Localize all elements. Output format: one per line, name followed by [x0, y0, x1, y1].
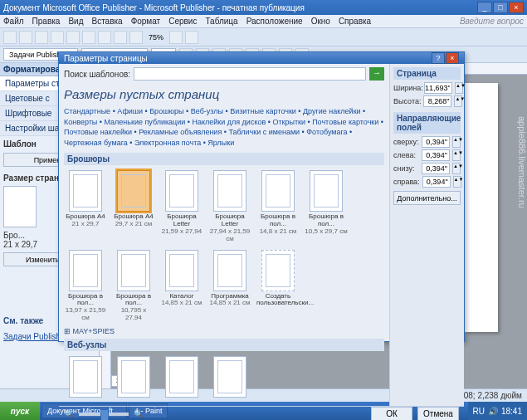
margin-right-label: справа: [393, 178, 420, 186]
dialog-titlebar: Параметры страницы ? × [59, 52, 464, 64]
paste-icon[interactable] [98, 31, 111, 44]
margin-right-input[interactable] [422, 176, 451, 188]
margin-bottom-label: снизу: [393, 164, 419, 173]
thumbs-web-row [64, 353, 384, 403]
menu-insert[interactable]: Вставка [91, 17, 122, 26]
open-icon[interactable] [19, 31, 32, 44]
width-spinner[interactable]: ▲▼ [455, 82, 463, 94]
page-section-header: Страница [393, 67, 461, 80]
thumb-brochure-half-4[interactable]: Брошюра в пол...10,795 x 27,94 [112, 250, 155, 322]
thumb-catalog[interactable]: Каталог14,85 x 21 см [160, 250, 203, 322]
thumb-web-1[interactable] [64, 356, 107, 399]
clock: 18:41 [501, 407, 522, 416]
page-setup-dialog: Параметры страницы ? × Поиск шаблонов: →… [58, 51, 465, 342]
dialog-right-panel: Страница Ширина:▲▼ Высота:▲▼ Направляющи… [389, 64, 464, 406]
margin-left-input[interactable] [422, 149, 450, 161]
height-spinner[interactable]: ▲▼ [454, 95, 462, 107]
tray-icon[interactable]: 🔊 [488, 407, 498, 416]
maximize-button[interactable]: □ [493, 2, 508, 13]
menu-format[interactable]: Формат [131, 17, 161, 26]
margin-left-spinner[interactable]: ▲▼ [452, 149, 461, 161]
redo-icon[interactable] [129, 31, 143, 44]
save-icon[interactable] [35, 31, 48, 44]
expand-mayspies[interactable]: ⊞ MAY+SPIES [64, 325, 384, 337]
thumb-web-4[interactable] [208, 356, 251, 399]
zoom-in-icon[interactable] [185, 31, 198, 44]
margin-top-label: сверху: [393, 138, 419, 146]
thumb-create-custom[interactable]: Создать пользовательски... [256, 250, 300, 322]
search-label: Поиск шаблонов: [64, 70, 130, 79]
zoom-in-icon[interactable]: 🔍 [134, 409, 144, 418]
margin-bottom-input[interactable] [422, 163, 450, 174]
search-go-button[interactable]: → [369, 67, 384, 81]
height-input[interactable] [423, 95, 451, 107]
margin-top-spinner[interactable]: ▲▼ [452, 136, 461, 148]
cut-icon[interactable] [66, 31, 80, 44]
window-titlebar: Документ Microsoft Office Publisher - Mi… [0, 0, 527, 15]
margin-right-spinner[interactable]: ▲▼ [453, 176, 461, 188]
guides-section-header: Направляющие полей [393, 112, 461, 134]
dialog-help-button[interactable]: ? [432, 52, 445, 64]
dialog-bottom-bar: 🔍 🔍 ОК Отмена [59, 406, 464, 420]
menu-edit[interactable]: Правка [32, 17, 61, 26]
menu-view[interactable]: Вид [68, 17, 83, 26]
menu-file[interactable]: Файл [3, 17, 24, 26]
thumb-brochure-letter-p[interactable]: Брошюра Letter21,59 x 27,94 [160, 170, 203, 242]
menu-arrange[interactable]: Расположение [246, 17, 303, 26]
copy-icon[interactable] [82, 31, 95, 44]
template-search-input[interactable] [134, 67, 366, 81]
watermark: apple886.livemaster.ru [517, 116, 527, 208]
page-canvas[interactable] [465, 83, 498, 332]
thumbs-row-1: Брошюра А421 x 29,7 Брошюра А429,7 x 21 … [64, 167, 384, 246]
height-label: Высота: [393, 97, 421, 105]
system-tray: RU 🔊 18:41 [468, 402, 527, 420]
cancel-button[interactable]: Отмена [417, 407, 459, 420]
ask-question-box[interactable]: Введите вопрос [460, 17, 524, 26]
thumb-brochure-a4-landscape[interactable]: Брошюра А429,7 x 21 см [112, 170, 155, 242]
close-button[interactable]: × [509, 2, 524, 13]
language-indicator[interactable]: RU [473, 407, 485, 416]
menu-tools[interactable]: Сервис [168, 17, 197, 26]
thumb-web-2[interactable] [112, 356, 155, 399]
thumbs-row-2: Брошюра в пол...13,97 x 21,59 см Брошюра… [64, 247, 384, 325]
thumb-brochure-a4-portrait[interactable]: Брошюра А421 x 29,7 [64, 170, 107, 242]
new-icon[interactable] [3, 31, 17, 44]
margin-left-label: слева: [393, 151, 419, 159]
margin-top-input[interactable] [422, 136, 450, 148]
menu-table[interactable]: Таблица [205, 17, 237, 26]
zoom-slider[interactable] [79, 413, 129, 416]
thumb-brochure-letter-l[interactable]: Брошюра Letter27,94 x 21,59 см [208, 170, 251, 242]
section-brochures: Брошюры [64, 153, 384, 165]
ok-button[interactable]: ОК [371, 407, 412, 420]
thumb-brochure-half-3[interactable]: Брошюра в пол...13,97 x 21,59 см [64, 250, 107, 322]
zoom-out-icon[interactable]: 🔍 [64, 409, 74, 418]
width-label: Ширина: [393, 84, 422, 92]
print-icon[interactable] [51, 31, 64, 44]
more-options-button[interactable]: Дополнительно... [393, 191, 461, 205]
undo-icon[interactable] [114, 31, 127, 44]
standard-toolbar: 75% [0, 28, 527, 46]
menu-window[interactable]: Окно [311, 17, 330, 26]
menu-help[interactable]: Справка [339, 17, 371, 26]
page-size-thumb [3, 186, 37, 227]
zoom-out-icon[interactable] [169, 31, 183, 44]
blank-sizes-heading: Размеры пустых страниц [64, 87, 384, 101]
start-button[interactable]: пуск [0, 402, 40, 420]
minimize-button[interactable]: _ [477, 2, 492, 13]
zoom-level[interactable]: 75% [145, 33, 167, 42]
dialog-title: Параметры страницы [64, 54, 148, 63]
thumb-web-3[interactable] [160, 356, 203, 399]
category-links[interactable]: Стандартные • Афиши • Брошюры • Веб-узлы… [64, 106, 384, 148]
menu-bar: Файл Правка Вид Вставка Формат Сервис Та… [0, 15, 527, 28]
section-web: Веб-узлы [64, 339, 384, 351]
margin-bottom-spinner[interactable]: ▲▼ [452, 163, 461, 174]
window-title: Документ Microsoft Office Publisher - Mi… [3, 3, 305, 12]
dialog-close-button[interactable]: × [446, 52, 459, 64]
thumb-program[interactable]: Программка14,85 x 21 см [208, 250, 251, 322]
width-input[interactable] [424, 82, 452, 94]
thumb-brochure-half-2[interactable]: Брошюра в пол...10,5 x 29,7 см [305, 170, 348, 242]
thumb-brochure-half-1[interactable]: Брошюра в пол...14,8 x 21 см [256, 170, 300, 242]
